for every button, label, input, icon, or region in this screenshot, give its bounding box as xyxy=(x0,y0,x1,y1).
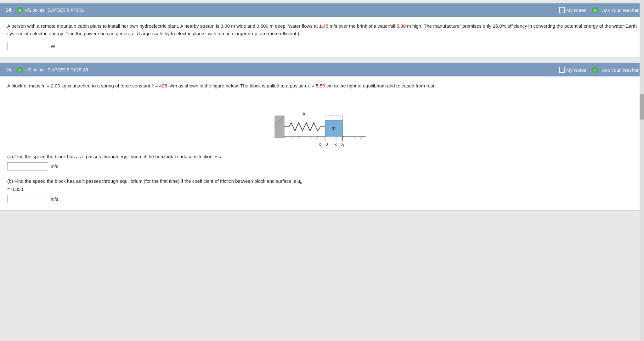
svg-line-7 xyxy=(284,136,287,139)
svg-line-10 xyxy=(303,136,306,139)
unit-label-14: W xyxy=(51,43,55,49)
header-right-14: My Notes + Ask Your Teacher xyxy=(559,7,639,13)
question-15-body: A block of mass m = 2.00 kg is attached … xyxy=(0,76,644,210)
svg-text:x = xi: x = xi xyxy=(335,142,344,147)
scrollbar[interactable] xyxy=(640,0,644,219)
svg-line-12 xyxy=(316,136,319,139)
header-right-15: My Notes + Ask Your Teacher xyxy=(559,67,639,73)
my-notes-label-14: My Notes xyxy=(566,8,586,13)
code-14: SerPSE9 8.XP.001. xyxy=(48,8,559,13)
answer-row-15a: m/s xyxy=(7,162,637,170)
answer-input-15b[interactable] xyxy=(7,195,48,203)
page-wrapper: 14. + –/1 points SerPSE9 8.XP.001. My No… xyxy=(0,0,644,219)
ask-teacher-button-14[interactable]: + Ask Your Teacher xyxy=(592,7,639,13)
sub-question-b-label: (b) Find the speed the block has as it p… xyxy=(7,178,302,192)
problem-text-14: A person with a remote mountain cabin pl… xyxy=(7,22,637,37)
svg-line-11 xyxy=(309,136,313,139)
problem-text-15: A block of mass m = 2.00 kg is attached … xyxy=(7,82,637,91)
notes-icon-14 xyxy=(559,7,565,13)
ask-teacher-plus-15: + xyxy=(592,67,598,73)
svg-text:x = 0: x = 0 xyxy=(319,142,328,147)
svg-line-9 xyxy=(297,136,300,139)
svg-line-14 xyxy=(328,136,331,139)
value-speed-14: 1.45 xyxy=(319,23,328,29)
question-14-number: 14. xyxy=(5,7,17,13)
svg-text:k: k xyxy=(303,111,306,116)
answer-row-14: W xyxy=(7,42,637,50)
my-notes-label-15: My Notes xyxy=(566,67,586,73)
question-15-block: 15. + –/2 points SerPSE9 8.P.015.WI. My … xyxy=(0,63,644,210)
svg-line-8 xyxy=(291,136,294,139)
svg-line-17 xyxy=(347,136,350,139)
spring-diagram: m k x = 0 x = xi xyxy=(7,97,637,147)
value-xi-15: 5.50 xyxy=(316,83,325,88)
scrollbar-thumb[interactable] xyxy=(640,94,644,120)
spring-svg: m k x = 0 x = xi xyxy=(272,97,372,147)
sub-question-a-label: (a) Find the speed the block has as it p… xyxy=(7,154,222,159)
code-15: SerPSE9 8.P.015.WI. xyxy=(48,67,559,72)
answer-row-15b: m/s xyxy=(7,195,637,203)
points-15: –/2 points xyxy=(25,67,44,72)
points-14: –/1 points xyxy=(25,8,44,13)
value-k-15: 425 xyxy=(159,83,167,88)
plus-icon-14[interactable]: + xyxy=(17,7,23,13)
sub-question-a: (a) Find the speed the block has as it p… xyxy=(7,153,637,170)
question-14-block: 14. + –/1 points SerPSE9 8.XP.001. My No… xyxy=(0,3,644,57)
value-height-14: 5.30 xyxy=(397,23,406,29)
ask-teacher-label-15: Ask Your Teacher xyxy=(602,67,639,73)
svg-text:m: m xyxy=(332,126,336,131)
sub-question-b: (b) Find the speed the block has as it p… xyxy=(7,177,637,204)
ask-teacher-button-15[interactable]: + Ask Your Teacher xyxy=(592,67,639,73)
unit-label-15b: m/s xyxy=(51,195,58,203)
question-15-header: 15. + –/2 points SerPSE9 8.P.015.WI. My … xyxy=(0,63,644,76)
svg-line-15 xyxy=(335,136,338,139)
question-14-body: A person with a remote mountain cabin pl… xyxy=(0,17,644,57)
my-notes-button-15[interactable]: My Notes xyxy=(559,67,586,73)
notes-icon-15 xyxy=(559,67,565,73)
my-notes-button-14[interactable]: My Notes xyxy=(559,7,586,13)
svg-line-19 xyxy=(360,136,363,139)
ask-teacher-label-14: Ask Your Teacher xyxy=(602,8,639,13)
question-14-header: 14. + –/1 points SerPSE9 8.XP.001. My No… xyxy=(0,3,644,17)
plus-icon-15[interactable]: + xyxy=(17,67,23,73)
question-15-number: 15. xyxy=(5,67,17,73)
answer-input-15a[interactable] xyxy=(7,162,48,170)
svg-line-13 xyxy=(322,136,325,139)
svg-line-18 xyxy=(353,136,357,139)
unit-label-15a: m/s xyxy=(51,163,58,170)
ask-teacher-plus-14: + xyxy=(592,7,598,13)
answer-input-14[interactable] xyxy=(7,42,48,50)
